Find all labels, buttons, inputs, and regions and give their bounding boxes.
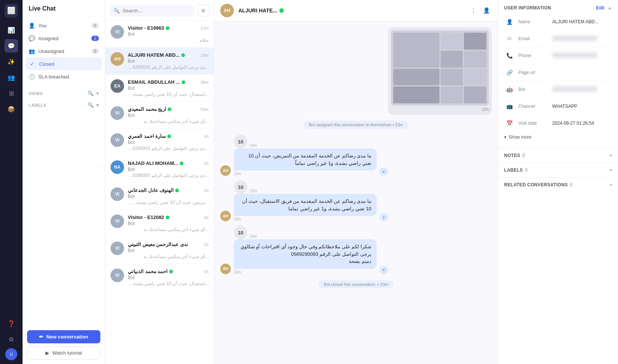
field-bot: 🤖 Bot <box>504 81 612 98</box>
sla-icon: 🕐 <box>29 74 35 80</box>
labels-count: 0 <box>525 168 528 173</box>
conv-body-1: Visitor - E19963 17m Bot سلام <box>128 25 209 43</box>
conv-item-1[interactable]: VI Visitor - E19963 17m Bot سلام <box>105 21 214 48</box>
user-info-header: USER INFORMATION Edit ▲ <box>504 5 612 11</box>
sidebar-nav: 👤 You 0 💬 Assigned 2 👥 Unassigned 0 ✓ Cl… <box>23 16 105 86</box>
channel-icon: 📺 <box>504 101 515 112</box>
system-msg-2: Bot closed this conversation. • 23m <box>318 280 393 288</box>
play-icon: ▶ <box>45 350 49 356</box>
sidebar-label-you: You <box>38 23 47 29</box>
conv-body-4: اريج محمد المعيدي 55m Bot ...أي شيء آخر … <box>128 106 209 124</box>
sidebar-item-assigned[interactable]: 💬 Assigned 2 <box>23 32 105 45</box>
notes-header: NOTES 0 ▾ <box>504 153 612 158</box>
assigned-badge: 2 <box>91 36 99 41</box>
nav-icon-settings[interactable]: ⚙ <box>5 332 18 346</box>
labels-section-panel: LABELS 0 ▾ <box>498 163 618 178</box>
nav-icon-grid[interactable]: ⊞ <box>5 86 18 100</box>
avatar-8: VI <box>111 214 124 228</box>
conv-item-2[interactable]: AH ALJURI HATEM ABD... 23m Bot ...دى يرج… <box>105 48 214 75</box>
conv-name-4: اريج محمد المعيدي <box>128 106 171 112</box>
avatar-1: VI <box>111 25 124 39</box>
conv-preview-3: ...استقبال، حيث أن 10 تعني راضي بشدة، و1… <box>128 92 209 97</box>
msg-status-icon-3: ≡ <box>380 266 388 274</box>
avatar-5: VI <box>111 133 124 147</box>
msg-status-icon-1: ≡ <box>380 168 388 176</box>
edit-button[interactable]: Edit <box>596 5 604 11</box>
compose-icon: ✏ <box>39 334 43 340</box>
conv-time-5: 1h <box>204 134 209 139</box>
msg-avatar-ah-1: AH <box>220 165 231 176</box>
labels-chevron-icon[interactable]: ▾ <box>96 102 99 108</box>
msg-avatar-ah-3: AH <box>220 264 231 274</box>
nav-icon-stats[interactable]: 📊 <box>5 23 18 37</box>
conv-name-9: ندى عبدالرحمن معيض الثبيتي <box>128 242 188 247</box>
conv-name-8: Visitor - E12082 <box>128 214 170 220</box>
conv-time-1: 17m <box>201 26 209 30</box>
sidebar-bottom: ✏ New conversation ▶ Watch tutorial <box>23 326 105 364</box>
conv-sub-5: Bot <box>128 140 209 145</box>
search-box[interactable]: 🔍 <box>110 5 194 16</box>
conv-item-10[interactable]: VI احمد محمد الذبياني 1h Bot ...استقبال،… <box>105 264 214 291</box>
related-section: RELATED CONVERSATIONS 0 ▾ <box>498 178 618 192</box>
conv-item-6[interactable]: NA NAJAD ALI MOHAM... 1h Bot ...دى يرجى … <box>105 156 214 183</box>
labels-chevron[interactable]: ▾ <box>610 168 612 173</box>
labels-search-icon[interactable]: 🔍 <box>88 102 94 108</box>
conv-item-3[interactable]: EA ESMAIL ABDULLAH ... 38m Bot ...استقبا… <box>105 75 214 102</box>
labels-header: LABELS 0 ▾ <box>504 168 612 173</box>
conv-time-8: 1h <box>204 215 209 220</box>
conv-time-2: 23m <box>201 53 209 57</box>
conv-item-7[interactable]: VI الهنوف عادل الجدعاني 1h Bot ...مريض، … <box>105 183 214 210</box>
sidebar-item-you[interactable]: 👤 You 0 <box>23 19 105 32</box>
conv-preview-1: سلام <box>128 38 209 43</box>
user-info-chevron[interactable]: ▲ <box>607 5 612 11</box>
visit-date-icon: 📅 <box>504 118 515 128</box>
conv-sub-7: Bot <box>128 194 209 199</box>
conv-time-10: 1h <box>204 269 209 274</box>
sidebar-label-sla: SLA breached <box>38 74 69 80</box>
conv-sub-1: Bot <box>128 32 209 37</box>
field-name: 👤 Name ALJURI HATEM ABD... <box>504 14 612 30</box>
conv-item-5[interactable]: VI سارة احمد العمري 1h Bot ...دى يرجى ال… <box>105 129 214 156</box>
nav-icon-people[interactable]: 👥 <box>5 71 18 84</box>
conv-item-4[interactable]: VI اريج محمد المعيدي 55m Bot ...أي شيء آ… <box>105 102 214 129</box>
related-title: RELATED CONVERSATIONS <box>504 182 568 187</box>
conv-item-9[interactable]: VI ندى عبدالرحمن معيض الثبيتي 1h Bot ...… <box>105 237 214 264</box>
sidebar-item-sla[interactable]: 🕐 SLA breached <box>23 70 105 83</box>
sidebar-label-closed: Closed <box>39 61 54 67</box>
watch-tutorial-button[interactable]: ▶ Watch tutorial <box>27 346 100 359</box>
nav-icon-chat[interactable]: 💬 <box>5 39 18 53</box>
chevron-down-icon: ▾ <box>504 134 506 140</box>
conv-time-9: 1h <box>204 242 209 247</box>
conv-item-8[interactable]: VI Visitor - E12082 1h Bot ...أي شيء آخر… <box>105 210 214 237</box>
search-input[interactable] <box>123 8 191 14</box>
conv-name-6: NAJAD ALI MOHAM... <box>128 160 183 166</box>
labels-title: LABELS <box>504 168 523 173</box>
nav-icon-avatar[interactable]: U <box>5 348 17 360</box>
views-chevron-icon[interactable]: ▾ <box>96 91 99 96</box>
msg-time-1: 23m <box>234 172 377 176</box>
assign-button[interactable]: 👤 <box>482 6 492 15</box>
whatsapp-dot-8 <box>166 216 170 219</box>
sidebar-item-closed[interactable]: ✓ Closed <box>26 57 102 70</box>
notes-chevron[interactable]: ▾ <box>610 153 612 158</box>
chat-header-actions: ⋮ 👤 <box>469 6 492 15</box>
msg-status-icon-2: ≡ <box>380 213 388 221</box>
sidebar-item-unassigned[interactable]: 👥 Unassigned 0 <box>23 45 105 57</box>
nav-icon-box[interactable]: 📦 <box>5 102 18 116</box>
views-search-icon[interactable]: 🔍 <box>88 91 94 96</box>
related-chevron[interactable]: ▾ <box>610 182 612 187</box>
conv-body-3: ESMAIL ABDULLAH ... 38m Bot ...استقبال، … <box>128 79 209 97</box>
nav-icon-sparkle[interactable]: ✨ <box>5 55 18 68</box>
icon-bar: ⬜ 📊 💬 ✨ 👥 ⊞ 📦 ❓ ⚙ U <box>0 0 23 364</box>
show-more-button[interactable]: ▾ Show more <box>504 131 612 143</box>
unassigned-badge: 0 <box>91 48 99 54</box>
conv-preview-2: ...دى يرجى التواصل على الرقم 0569290093 … <box>128 65 209 70</box>
conv-body-2: ALJURI HATEM ABD... 23m Bot ...دى يرجى ا… <box>128 52 209 70</box>
new-conversation-button[interactable]: ✏ New conversation <box>27 330 100 343</box>
more-options-button[interactable]: ⋮ <box>469 6 478 15</box>
chat-header-avatar: AH <box>220 4 234 17</box>
whatsapp-dot-1 <box>166 26 170 30</box>
nav-icon-help[interactable]: ❓ <box>5 317 18 330</box>
whatsapp-dot-5 <box>167 134 171 138</box>
filter-button[interactable]: ⚙ <box>197 5 209 17</box>
